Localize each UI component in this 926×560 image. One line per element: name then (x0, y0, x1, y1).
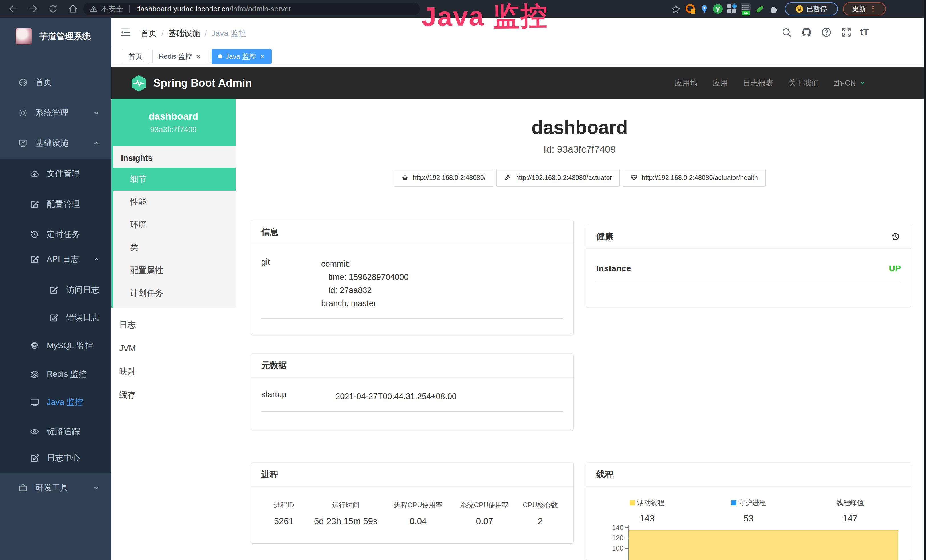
leaf-extension-icon[interactable] (755, 4, 765, 14)
edit-icon (49, 313, 59, 322)
bookmark-star-icon[interactable] (671, 4, 681, 14)
thread-stats: 活动线程 143 守护进程 53 线程峰值 147 (596, 498, 901, 524)
sidebar-item-access-logs[interactable]: 访问日志 (0, 277, 111, 303)
sidebar-item-java-monitor[interactable]: Java 监控 (0, 389, 111, 415)
tab-java-monitor[interactable]: Java 监控 (212, 49, 272, 64)
window-edge-scrollbar[interactable] (924, 0, 926, 560)
address-bar[interactable]: 不安全 dashboard.yudao.iocoder.cn/infra/adm… (83, 3, 420, 15)
sba-item-jvm[interactable]: JVM (111, 337, 236, 360)
hamburger-icon[interactable] (120, 27, 131, 38)
metadata-row-startup: startup 2021-04-27T00:44:31.254+08:00 (261, 390, 563, 412)
link-url: http://192.168.0.2:48080/actuator/health (642, 174, 758, 182)
close-icon[interactable] (195, 53, 202, 60)
sba-item-mappings[interactable]: 映射 (111, 360, 236, 383)
sidebar-item-scheduled-jobs[interactable]: 定时任务 (0, 222, 111, 247)
tab-label: 首页 (129, 52, 142, 61)
briefcase-icon (18, 483, 28, 493)
sba-item-logs[interactable]: 日志 (111, 313, 236, 337)
sba-item-config-props[interactable]: 配置属性 (113, 259, 236, 282)
sba-nav-about[interactable]: 关于我们 (788, 78, 819, 88)
health-card-body: Instance UP (586, 249, 911, 291)
sba-app-block[interactable]: dashboard 93a3fc7f7409 (111, 99, 236, 146)
instance-home-link[interactable]: http://192.168.0.2:48080/ (393, 169, 493, 186)
search-icon[interactable] (781, 27, 792, 38)
screen: 不安全 dashboard.yudao.iocoder.cn/infra/adm… (0, 0, 926, 560)
process-card-title: 进程 (251, 463, 573, 487)
wrench-icon (504, 174, 511, 182)
link-url: http://192.168.0.2:48080/ (413, 174, 486, 182)
sidebar-item-mysql-monitor[interactable]: MySQL 监控 (0, 333, 111, 359)
paused-extension-badge[interactable]: 已暂停 (785, 2, 838, 15)
history-clock-icon[interactable] (890, 231, 901, 242)
sba-item-classes[interactable]: 类 (113, 236, 236, 259)
tab-redis-monitor[interactable]: Redis 监控 (152, 49, 208, 64)
sidebar-item-dev-tools[interactable]: 研发工具 (0, 475, 111, 501)
emoji-face-icon (796, 5, 803, 12)
sidebar-item-config-mgmt[interactable]: 配置管理 (0, 191, 111, 217)
extension-grid-icon[interactable] (727, 4, 737, 14)
stat-peak-threads: 线程峰值 147 (799, 498, 901, 524)
back-icon[interactable] (8, 4, 18, 14)
sba-brand-title[interactable]: Spring Boot Admin (153, 67, 252, 99)
fullscreen-icon[interactable] (841, 27, 852, 38)
process-col-proc-cpu: 进程CPU使用率 0.04 (385, 500, 451, 527)
sba-item-environment[interactable]: 环境 (113, 213, 236, 236)
pin-extension-icon[interactable] (699, 4, 710, 14)
github-icon[interactable] (801, 27, 812, 38)
reload-icon[interactable] (48, 4, 58, 14)
help-icon[interactable] (821, 27, 832, 38)
sidebar-item-file-mgmt[interactable]: 文件管理 (0, 161, 111, 186)
extensions-puzzle-icon[interactable] (769, 4, 779, 14)
browser-update-button[interactable]: 更新 (843, 2, 886, 15)
sba-item-caches[interactable]: 缓存 (111, 383, 236, 407)
sidebar-item-api-logs[interactable]: API 日志 (0, 247, 111, 272)
sba-item-scheduled-tasks[interactable]: 计划任务 (113, 282, 236, 305)
stat-value: 147 (799, 513, 901, 524)
breadcrumb-infra[interactable]: 基础设施 (168, 28, 200, 39)
live-threads-area (629, 530, 898, 560)
locale-selector[interactable]: zh-CN (834, 79, 866, 88)
brand: 芋道管理系统 (0, 21, 111, 52)
sidebar-item-infra[interactable]: 基础设施 (0, 130, 111, 156)
breadcrumb-home[interactable]: 首页 (141, 28, 157, 39)
legend-label: 活动线程 (637, 498, 664, 507)
sidebar-item-system[interactable]: 系统管理 (0, 100, 111, 126)
col-header: 运行时间 (307, 500, 385, 510)
tab-label: Java 监控 (225, 52, 256, 61)
extension-icon[interactable] (685, 4, 696, 14)
close-icon[interactable] (259, 53, 265, 60)
y-tick-label: 140 (596, 524, 623, 532)
font-size-icon[interactable]: tT (860, 27, 869, 37)
edit-icon (30, 200, 39, 209)
home-icon (401, 174, 409, 182)
sidebar-item-label-active: Java 监控 (47, 397, 83, 408)
info-value: commit: time: 1596289704000 id: 27aa832 … (321, 257, 409, 310)
tab-home[interactable]: 首页 (122, 49, 149, 64)
not-secure-warning-icon[interactable] (89, 5, 98, 13)
sba-nav-journal[interactable]: 日志报表 (743, 78, 773, 88)
home-nav-icon[interactable] (68, 4, 78, 14)
breadcrumb-separator: / (205, 29, 207, 38)
sidebar-item-log-center[interactable]: 日志中心 (0, 445, 111, 471)
col-value: 0.07 (451, 516, 518, 527)
sba-sidebar: dashboard 93a3fc7f7409 Insights 细节 性能 环境… (111, 99, 236, 560)
extension-on-icon[interactable]: on (741, 3, 751, 14)
forward-icon[interactable] (28, 4, 38, 14)
sidebar-item-error-logs[interactable]: 错误日志 (0, 305, 111, 330)
sba-item-metrics[interactable]: 性能 (113, 191, 236, 213)
chevron-down-icon (859, 79, 866, 87)
sba-item-details[interactable]: 细节 (113, 168, 236, 191)
sba-app-name: dashboard (148, 111, 198, 122)
sidebar-item-tracing[interactable]: 链路追踪 (0, 419, 111, 445)
overflow-menu-icon[interactable] (869, 5, 877, 12)
sba-nav-applications[interactable]: 应用 (713, 78, 728, 88)
health-link[interactable]: http://192.168.0.2:48080/actuator/health (623, 169, 766, 186)
extension-icon[interactable]: y (713, 4, 723, 14)
security-label: 不安全 (101, 4, 123, 14)
sidebar-item-redis-monitor[interactable]: Redis 监控 (0, 362, 111, 387)
brand-logo-avatar (15, 28, 32, 44)
actuator-link[interactable]: http://192.168.0.2:48080/actuator (496, 169, 620, 186)
sidebar-item-home[interactable]: 首页 (0, 70, 111, 95)
metadata-card-body: startup 2021-04-27T00:44:31.254+08:00 (251, 378, 573, 421)
sba-nav-wallboard[interactable]: 应用墙 (675, 78, 698, 88)
